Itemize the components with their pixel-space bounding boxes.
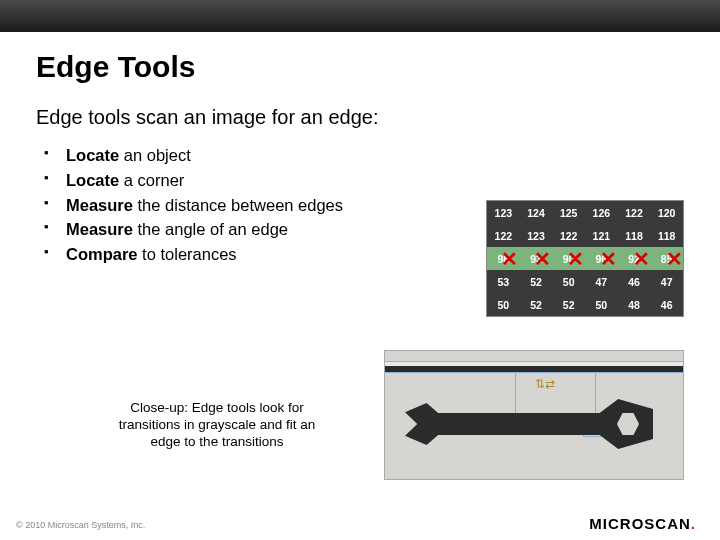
brand-dot: . (691, 515, 696, 532)
grid-cell: 93 (520, 247, 553, 270)
grid-cell: 98 (487, 247, 520, 270)
grid-cell: 50 (487, 293, 520, 316)
grid-cell: 125 (552, 201, 585, 224)
grid-cell: 123 (487, 201, 520, 224)
grid-cell: 53 (487, 270, 520, 293)
grid-cell: 48 (618, 293, 651, 316)
grid-cell: 47 (650, 270, 683, 293)
grid-cell: 118 (618, 224, 651, 247)
closeup-caption: Close-up: Edge tools look for transition… (112, 400, 322, 451)
grid-cell: 90 (552, 247, 585, 270)
title-bar (0, 0, 720, 32)
grid-cell: 52 (520, 270, 553, 293)
bullet-bold: Locate (66, 146, 119, 164)
bullet-rest: to tolerances (138, 245, 237, 263)
grid-cell: 124 (520, 201, 553, 224)
grid-cell: 123 (520, 224, 553, 247)
grid-cell: 122 (618, 201, 651, 224)
wrench-image: ⇅⇄ (384, 350, 684, 480)
grid-cell: 46 (650, 293, 683, 316)
grid-cell: 122 (552, 224, 585, 247)
copyright-footer: © 2010 Microscan Systems, Inc. (16, 520, 145, 530)
edge-scan-strip (385, 361, 683, 373)
grid-cell: 118 (650, 224, 683, 247)
bullet-rest: an object (119, 146, 191, 164)
grid-cell: 121 (585, 224, 618, 247)
grid-cell: 122 (487, 224, 520, 247)
bullet-bold: Measure (66, 220, 133, 238)
grid-cell: 52 (552, 293, 585, 316)
grid-cell: 50 (585, 293, 618, 316)
slide-body: Edge Tools Edge tools scan an image for … (0, 32, 720, 540)
grid-cell: 85 (650, 247, 683, 270)
list-item: Locate an object (44, 143, 684, 168)
brand-text: MICROSCAN (589, 515, 691, 532)
direction-arrows-icon: ⇅⇄ (535, 377, 555, 391)
grid-cell: 52 (520, 293, 553, 316)
slide-subtitle: Edge tools scan an image for an edge: (36, 106, 684, 129)
list-item: Locate a corner (44, 168, 684, 193)
grid-cell: 126 (585, 201, 618, 224)
grid-cell: 92 (618, 247, 651, 270)
grid-cell: 120 (650, 201, 683, 224)
grid-cell: 46 (618, 270, 651, 293)
grid-cell: 50 (552, 270, 585, 293)
bullet-rest: the angle of an edge (133, 220, 288, 238)
bullet-rest: a corner (119, 171, 184, 189)
slide-title: Edge Tools (36, 50, 684, 84)
brand-logo: MICROSCAN. (589, 515, 696, 532)
bullet-bold: Compare (66, 245, 138, 263)
bullet-bold: Measure (66, 196, 133, 214)
bullet-rest: the distance between edges (133, 196, 343, 214)
bullet-bold: Locate (66, 171, 119, 189)
pixel-value-grid: 123124125126122120 122123122121118118 98… (486, 200, 684, 317)
grid-cell: 96 (585, 247, 618, 270)
grid-cell: 47 (585, 270, 618, 293)
